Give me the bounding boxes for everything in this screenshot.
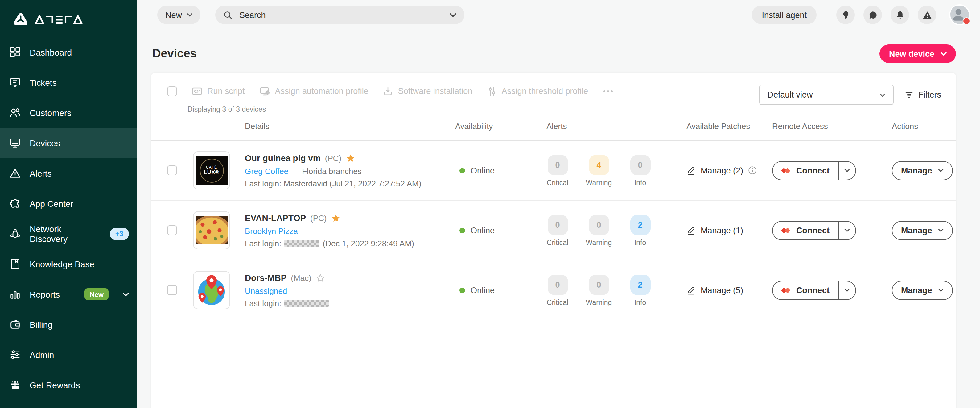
sidebar-item-reports[interactable]: Reports New	[0, 279, 137, 309]
assign-threshold-action[interactable]: Assign threshold profile	[487, 86, 588, 96]
info-count[interactable]: 2	[630, 274, 650, 295]
critical-count[interactable]: 0	[547, 274, 568, 295]
device-name[interactable]: EVAN-LAPTOP	[245, 214, 306, 222]
manage-device-button[interactable]: Manage	[892, 221, 953, 240]
favorite-star-icon[interactable]	[331, 213, 340, 223]
ellipsis-icon	[603, 90, 613, 92]
connect-button[interactable]: Connect	[773, 161, 838, 179]
run-script-action[interactable]: Run script	[192, 86, 245, 96]
critical-count[interactable]: 0	[547, 215, 568, 235]
sidebar-item-label: App Center	[30, 198, 73, 208]
redacted-username	[285, 240, 320, 247]
new-menu-label: New	[165, 10, 182, 19]
connect-split-button[interactable]: Connect	[772, 280, 856, 300]
info-count[interactable]: 0	[630, 155, 650, 175]
manage-device-button[interactable]: Manage	[892, 161, 953, 180]
assign-threshold-label: Assign threshold profile	[501, 86, 588, 96]
app-center-icon	[9, 198, 21, 209]
sidebar-item-tickets[interactable]: Tickets	[0, 67, 137, 97]
chevron-down-icon	[844, 288, 850, 292]
install-agent-button[interactable]: Install agent	[752, 6, 816, 24]
user-avatar[interactable]	[949, 4, 970, 25]
sidebar-item-network-discovery[interactable]: Network Discovery +3	[0, 218, 137, 249]
filters-button[interactable]: Filters	[905, 90, 942, 99]
table-row: EVAN-LAPTOP (PC) Brooklyn Pizza Last log…	[151, 201, 956, 260]
new-device-button[interactable]: New device	[880, 45, 956, 63]
sidebar-item-devices[interactable]: Devices	[0, 128, 137, 158]
customer-link[interactable]: Greg Coffee	[245, 167, 288, 175]
device-name[interactable]: Dors-MBP	[245, 273, 286, 282]
device-details: EVAN-LAPTOP (PC) Brooklyn Pizza Last log…	[245, 213, 455, 247]
install-agent-label: Install agent	[762, 10, 807, 19]
threshold-profile-icon	[487, 86, 496, 96]
chevron-down-icon	[939, 169, 944, 172]
gift-icon	[9, 379, 21, 391]
availability-label: Online	[471, 285, 495, 295]
sidebar-item-admin[interactable]: Admin	[0, 339, 137, 370]
more-actions-button[interactable]	[603, 90, 613, 92]
favorite-star-outline-icon[interactable]	[316, 273, 325, 282]
critical-label: Critical	[547, 298, 568, 306]
customer-link[interactable]: Unassigned	[245, 287, 287, 295]
row-checkbox[interactable]	[167, 285, 177, 295]
assign-automation-action[interactable]: Assign automation profile	[260, 86, 369, 96]
alerts-button[interactable]	[918, 6, 936, 24]
knowledge-base-icon	[9, 258, 21, 270]
customer-link[interactable]: Brooklyn Pizza	[245, 227, 298, 235]
device-name[interactable]: Our guinea pig vm	[245, 154, 321, 163]
manage-patches-link[interactable]: Manage (5)	[701, 285, 743, 295]
notifications-button[interactable]	[891, 6, 909, 24]
whats-new-button[interactable]	[836, 6, 855, 24]
global-search[interactable]	[215, 6, 465, 24]
connect-dropdown-button[interactable]	[838, 281, 855, 299]
atera-logo[interactable]: ATERA	[0, 0, 137, 30]
select-all-checkbox[interactable]	[167, 86, 177, 96]
new-menu-button[interactable]: New	[157, 6, 200, 24]
view-select[interactable]: Default view	[759, 84, 894, 105]
connect-dropdown-button[interactable]	[838, 221, 855, 239]
manage-patches-link[interactable]: Manage (2)	[701, 166, 743, 175]
software-installation-action[interactable]: Software installation	[383, 86, 473, 96]
availability-status: Online	[455, 166, 546, 175]
connect-dropdown-button[interactable]	[838, 161, 855, 179]
warning-count[interactable]: 0	[589, 215, 609, 235]
sidebar-item-billing[interactable]: Billing	[0, 309, 137, 339]
info-count[interactable]: 2	[630, 215, 650, 235]
chevron-down-icon	[844, 228, 850, 232]
connect-split-button[interactable]: Connect	[772, 221, 856, 240]
sidebar-item-get-rewards[interactable]: Get Rewards	[0, 370, 137, 400]
info-icon[interactable]	[748, 166, 757, 175]
connect-button[interactable]: Connect	[773, 281, 838, 299]
sidebar-item-alerts[interactable]: Alerts	[0, 158, 137, 188]
chevron-down-icon	[939, 228, 944, 232]
warning-count[interactable]: 4	[589, 155, 609, 175]
cafe-lux-image: CAFÉ LUX®	[196, 156, 228, 185]
connect-button[interactable]: Connect	[773, 221, 838, 239]
connect-split-button[interactable]: Connect	[772, 161, 856, 180]
sidebar-item-customers[interactable]: Customers	[0, 97, 137, 128]
splashtop-icon	[781, 166, 791, 174]
sidebar-item-label: Admin	[30, 350, 54, 360]
sidebar-item-knowledge-base[interactable]: Knowledge Base	[0, 249, 137, 279]
sidebar-item-label: Network Discovery	[30, 224, 101, 244]
warning-count[interactable]: 0	[589, 274, 609, 295]
sidebar-item-app-center[interactable]: App Center	[0, 188, 137, 218]
patches-cell: Manage (1)	[686, 226, 772, 235]
chat-button[interactable]	[864, 6, 882, 24]
filter-funnel-icon	[905, 91, 914, 99]
chevron-down-icon	[880, 93, 886, 97]
alerts-cell: 0Critical 4Warning 0Info	[546, 155, 686, 186]
manage-device-button[interactable]: Manage	[892, 280, 953, 300]
chevron-down-icon	[844, 169, 850, 172]
search-input[interactable]	[238, 10, 444, 20]
favorite-star-icon[interactable]	[346, 153, 355, 163]
sidebar-nav: Dashboard Tickets Customers Devices Aler…	[0, 37, 137, 400]
manage-patches-link[interactable]: Manage (1)	[701, 226, 743, 235]
remote-access-cell: Connect	[772, 221, 892, 240]
info-label: Info	[634, 239, 646, 246]
row-checkbox[interactable]	[167, 225, 177, 235]
critical-label: Critical	[547, 239, 568, 246]
critical-count[interactable]: 0	[547, 155, 568, 175]
row-checkbox[interactable]	[167, 166, 177, 175]
sidebar-item-dashboard[interactable]: Dashboard	[0, 37, 137, 67]
